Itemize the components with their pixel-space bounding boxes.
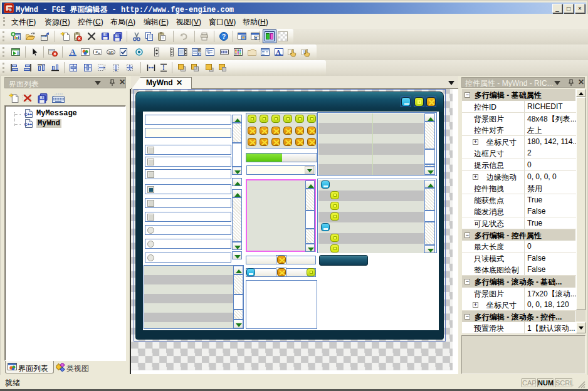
svg-text:A: A: [70, 47, 76, 56]
svg-text:ab: ab: [108, 50, 113, 55]
svg-text:C++: C++: [24, 112, 32, 117]
svg-text:C++: C++: [24, 122, 32, 127]
svg-text:?: ?: [222, 33, 226, 40]
